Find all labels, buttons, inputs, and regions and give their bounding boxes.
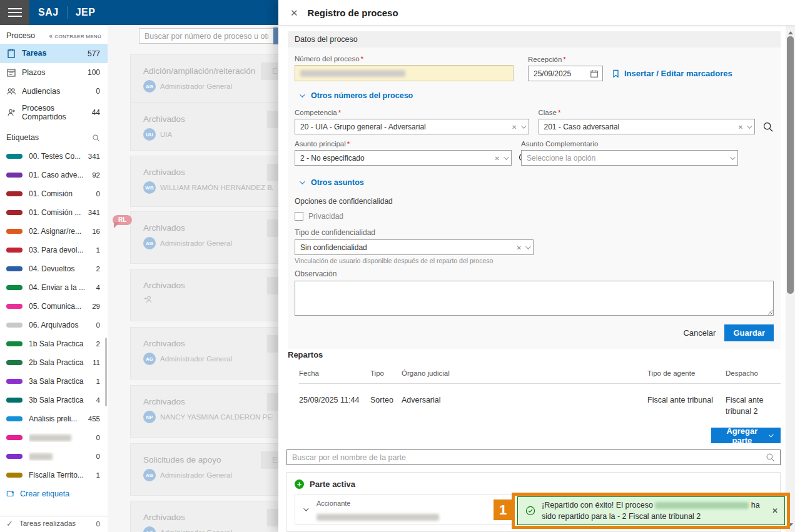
tag-item[interactable]: Análisis preli...455 (0, 409, 108, 428)
tag-item[interactable]: 02. Asignar/re...16 (0, 222, 108, 241)
sidebar-item-tareas[interactable]: Tareas 577 (0, 44, 108, 63)
collapse-menu-button[interactable]: CONTRAER MENÚ (49, 33, 101, 39)
task-row[interactable]: Solicitudes de apoyo AGAdministrador Gen… (131, 444, 292, 491)
chevron-down-icon[interactable] (504, 154, 509, 159)
tag-item[interactable]: 0 (0, 428, 108, 447)
numero-proceso-input[interactable] (295, 65, 514, 81)
sidebar-item-audiencias[interactable]: Audiencias 0 (0, 82, 108, 101)
close-icon[interactable] (290, 8, 298, 18)
tag-item[interactable]: 01. Caso adve...92 (0, 166, 108, 184)
task-row[interactable]: Archivados AGAdministrador General Des (131, 501, 292, 532)
competencia-combobox[interactable]: 20 - UIA - Grupo general - Adversarial (295, 119, 529, 134)
checkmark-icon: ✓ (6, 519, 13, 528)
tag-item[interactable]: 04. Devueltos2 (0, 259, 108, 278)
task-row[interactable]: Archivados Des (131, 269, 292, 317)
tag-color-pill (6, 266, 23, 271)
tag-label: 2b Sala Practica (29, 358, 93, 367)
observacion-textarea[interactable] (295, 281, 774, 316)
recepcion-date-input[interactable]: 25/09/2025 (528, 66, 603, 81)
task-row[interactable]: Archivados UUUIA Des (131, 103, 292, 150)
sidebar-item-procesos-compartidos[interactable]: Procesos Compartidos 44 (0, 101, 108, 124)
tag-item[interactable]: 03. Para devol...1 (0, 241, 108, 259)
sidebar-scrollbar[interactable] (105, 338, 107, 406)
task-row[interactable]: Adición/ampliación/reiteración AGAdminis… (131, 55, 292, 103)
calendar-icon[interactable] (590, 69, 599, 78)
clear-icon[interactable] (738, 123, 743, 131)
add-icon[interactable]: + (295, 479, 304, 489)
tag-item[interactable]: 00. Testes Co...341 (0, 147, 108, 166)
tag-item[interactable]: 04. Enviar a la ...4 (0, 278, 108, 297)
tag-item[interactable]: 01. Comisión0 (0, 184, 108, 203)
tag-item[interactable]: 2b Sala Practica11 (0, 353, 108, 372)
tag-count: 29 (92, 303, 100, 310)
toast-close-icon[interactable] (772, 506, 778, 515)
tipo-confidencialidad-value: Sin confidencialidad (300, 243, 517, 252)
add-party-button[interactable]: Agregar parte (711, 428, 781, 443)
chevron-down-icon[interactable] (521, 123, 526, 128)
task-card: Archivados AGAdministrador General Des (130, 501, 293, 532)
task-title: Adición/ampliación/reiteración (143, 66, 255, 76)
process-list-background: Adición/ampliación/reiteración AGAdminis… (108, 25, 278, 532)
save-button[interactable]: Guardar (724, 324, 774, 341)
search-icon[interactable] (766, 453, 775, 462)
task-row[interactable]: Archivados NPNANCY YASMINA CALDERON PERI… (131, 386, 292, 433)
clear-icon[interactable] (517, 243, 522, 252)
otros-asuntos-toggle[interactable]: Otros asuntos (300, 178, 774, 187)
tipo-confidencialidad-combobox[interactable]: Sin confidencialidad (295, 239, 534, 255)
chevron-down-icon[interactable] (730, 154, 735, 159)
task-row[interactable]: Archivados AGAdministrador General Des (131, 212, 292, 259)
tag-item[interactable]: 01. Comisión ...341 (0, 203, 108, 222)
clear-icon[interactable] (512, 123, 517, 131)
scrollbar-thumb[interactable] (787, 36, 794, 294)
checkbox-icon[interactable] (295, 212, 303, 221)
tag-item[interactable]: 3b Sala Practica4 (0, 391, 108, 409)
sidebar-item-label: Tareas (22, 49, 88, 58)
clear-icon[interactable] (495, 154, 500, 163)
create-tag-label: Crear etiqueta (20, 489, 69, 498)
repartos-section: Repartos Fecha Tipo Órgano judicial Tipo… (288, 350, 781, 417)
chevron-down-icon[interactable] (747, 123, 752, 128)
clase-combobox[interactable]: 201 - Caso adversarial (539, 119, 756, 134)
tag-count: 0 (96, 190, 100, 198)
tag-item[interactable]: 06. Arquivados0 (0, 316, 108, 334)
repartos-title: Repartos (288, 350, 781, 359)
avatar: WB (143, 181, 156, 194)
task-card: Archivados AGAdministrador General Des (130, 327, 293, 379)
otros-numeros-toggle[interactable]: Otros números del proceso (300, 91, 774, 100)
asunto-principal-combobox[interactable]: 2 - No especificado (295, 150, 512, 166)
tag-item[interactable]: 1b Sala Practica2 (0, 334, 108, 353)
chevron-down-icon (300, 92, 305, 97)
insert-edit-markers-link[interactable]: Insertar / Editar marcadores (612, 69, 732, 78)
create-tag-button[interactable]: Crear etiqueta (0, 484, 108, 503)
search-icon[interactable] (92, 134, 100, 142)
cancel-button[interactable]: Cancelar (683, 328, 716, 338)
process-search-input[interactable] (139, 28, 274, 44)
process-search-button[interactable] (273, 28, 278, 44)
column-header: Órgano judicial (402, 369, 647, 383)
done-tasks-label: Tareas realizadas (19, 519, 96, 528)
sidebar-item-plazos[interactable]: Plazos 100 (0, 63, 108, 82)
tag-item[interactable]: 0 (0, 447, 108, 466)
chevron-down-icon[interactable] (303, 506, 308, 511)
scroll-up-arrow-icon[interactable] (788, 29, 793, 34)
party-search-input[interactable] (292, 453, 766, 462)
tag-color-pill (6, 229, 23, 234)
numero-proceso-label: Número del proceso (295, 55, 360, 63)
search-icon[interactable] (762, 121, 774, 133)
done-tasks-row[interactable]: ✓ Tareas realizadas 0 (0, 516, 108, 532)
panel-scrollbar[interactable] (786, 26, 795, 532)
privacidad-checkbox-row[interactable]: Privacidad (295, 212, 774, 221)
sidebar-item-label: Audiencias (22, 87, 96, 96)
tag-item[interactable]: Fiscalía Territo...1 (0, 466, 108, 484)
task-row[interactable]: Archivados WBWILLIAM RAMÓN HERNÁNDEZ BA.… (131, 156, 292, 204)
task-row[interactable]: Archivados AGAdministrador General Des (131, 328, 292, 375)
tag-item[interactable]: 3a Sala Practica1 (0, 372, 108, 391)
app-logo: SAJ (38, 7, 59, 18)
hamburger-menu-icon[interactable] (0, 0, 29, 25)
chevron-down-icon[interactable] (525, 244, 530, 249)
tag-label: 1b Sala Practica (29, 339, 96, 348)
asunto-complementario-combobox[interactable]: Seleccione la opción (521, 150, 738, 166)
column-header: Tipo (370, 369, 402, 383)
tag-label: Fiscalía Territo... (29, 471, 96, 479)
tag-item[interactable]: 05. Comunica...29 (0, 297, 108, 316)
